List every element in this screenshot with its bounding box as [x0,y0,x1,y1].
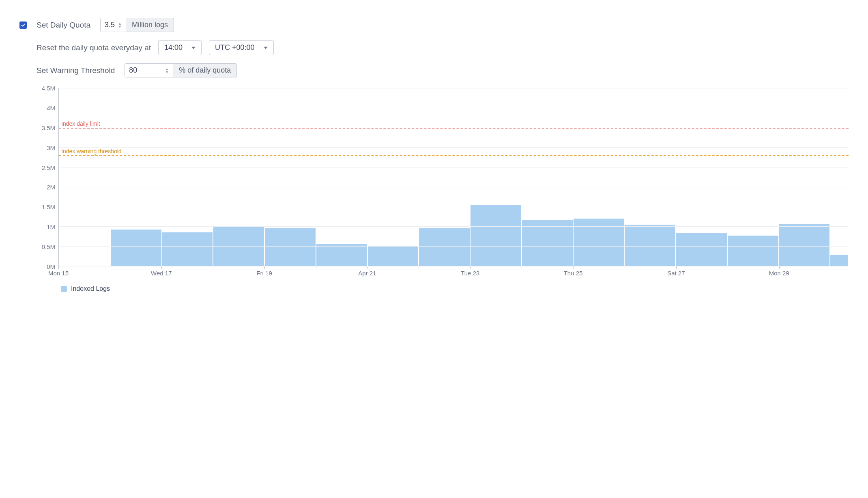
reset-time-select[interactable]: 14:00 [158,40,202,55]
warning-threshold-input[interactable]: 80 ▲ ▼ [125,63,173,77]
chart-bar-cell [213,88,264,266]
chart-xtick-mark [831,266,831,268]
chart-threshold-line [59,155,849,156]
chart-bar [830,255,848,266]
chart-yaxis: 0M0.5M1M1.5M2M2.5M3M3.5M4M4.5M [37,88,58,266]
chart-xtick-mark [264,266,265,269]
chart-ytick-label: 2M [47,184,55,191]
chart-ytick-label: 2.5M [42,164,55,171]
reset-time-value: 14:00 [164,43,183,52]
chart-gridline [59,207,849,207]
chart-bar-cell [727,88,779,266]
chart-bar-cell [264,88,316,266]
warning-threshold-label: Set Warning Threshold [37,66,115,75]
chart-xtick-cell [831,266,849,278]
chart-xtick-cell: Mon 29 [779,266,831,278]
chart-bar-cell [419,88,470,266]
daily-quota-unit: Million logs [126,18,174,32]
chart-threshold-line [59,128,849,129]
chart-bar [162,232,213,266]
chart-bar [265,228,316,266]
chart-bar-cell [162,88,213,266]
legend-swatch [61,286,67,292]
chart-xtick-label: Mon 29 [769,270,789,277]
chart-threshold-label: Index warning threshold [61,148,122,155]
check-icon [21,23,26,28]
daily-quota-checkbox[interactable] [19,21,27,29]
chevron-down-icon[interactable]: ▼ [118,25,122,28]
chart-bar-cell [624,88,676,266]
chart-bar [471,205,521,266]
chevron-down-icon[interactable]: ▼ [165,71,169,74]
chart-xtick-label: Apr 21 [358,270,376,277]
indexed-logs-chart: 0M0.5M1M1.5M2M2.5M3M3.5M4M4.5M Index dai… [37,88,849,292]
chart-gridline [59,226,849,227]
chart-plot-area: Index daily limitIndex warning threshold [58,88,849,266]
chart-ytick-label: 3M [47,144,55,151]
chart-xtick-label: Wed 17 [151,270,172,277]
chart-xtick-label: Sat 27 [667,270,685,277]
chart-xtick-mark [573,266,574,269]
chart-bar [574,219,624,266]
chevron-down-icon [191,47,196,49]
chart-gridline [59,88,849,88]
chart-xtick-cell: Apr 21 [367,266,419,278]
chart-bar-cell [470,88,522,266]
chart-xtick-cell: Tue 23 [470,266,522,278]
legend-label: Indexed Logs [71,285,110,292]
chart-ytick-label: 3.5M [42,124,55,131]
chart-ytick-label: 1.5M [42,204,55,210]
chart-xtick-label: Tue 23 [461,270,479,277]
chart-bar [728,236,778,266]
chart-xtick-label: Mon 15 [48,270,69,277]
chart-bar [111,230,161,266]
daily-quota-input[interactable]: 3.5 ▲ ▼ [100,18,126,32]
chart-bar [625,225,675,266]
daily-quota-stepper[interactable]: ▲ ▼ [118,22,122,28]
chart-ytick-label: 0M [47,263,55,270]
chart-bar-cell [522,88,573,266]
daily-quota-label: Set Daily Quota [37,21,90,30]
chart-xaxis: Mon 15Wed 17Fri 19Apr 21Tue 23Thu 25Sat … [58,266,849,278]
chart-bar-cell [367,88,419,266]
chart-bar-cell [110,88,162,266]
chart-xtick-mark [213,266,213,268]
chart-bar-cell [573,88,625,266]
chart-bar-cell [59,88,110,266]
chart-xtick-mark [676,266,677,269]
chart-bar [779,224,830,266]
chart-gridline [59,187,849,187]
chart-xtick-mark [367,266,367,269]
chart-xtick-mark [728,266,728,268]
chart-bar [316,244,367,266]
chart-ytick-label: 4M [47,104,55,111]
chart-bar-cell [316,88,367,266]
chart-bar [676,233,727,266]
chart-xtick-mark [625,266,625,268]
reset-tz-select[interactable]: UTC +00:00 [209,40,274,55]
chart-gridline [59,108,849,108]
chart-gridline [59,147,849,148]
chart-xtick-mark [522,266,522,268]
reset-time-label: Reset the daily quota everyday at [37,43,151,52]
chart-ytick-label: 1M [47,223,55,230]
chart-xtick-label: Thu 25 [564,270,583,277]
chart-xtick-label: Fri 19 [256,270,272,277]
reset-tz-value: UTC +00:00 [215,43,255,52]
chart-gridline [59,246,849,247]
chart-bar-cell [676,88,727,266]
chart-xtick-mark [779,266,780,269]
chart-ytick-label: 4.5M [42,85,55,92]
chart-bar-cell [779,88,830,266]
chart-bars [59,88,849,266]
chart-gridline [59,167,849,167]
warning-threshold-unit: % of daily quota [173,63,237,77]
chart-xtick-cell: Fri 19 [264,266,316,278]
daily-quota-value: 3.5 [105,21,115,29]
chart-xtick-cell: Wed 17 [161,266,213,278]
chart-xtick-mark [470,266,471,269]
chart-threshold-label: Index daily limit [61,120,100,127]
chart-legend: Indexed Logs [61,285,849,292]
chart-bar-cell [830,88,849,266]
warning-threshold-stepper[interactable]: ▲ ▼ [165,67,169,74]
